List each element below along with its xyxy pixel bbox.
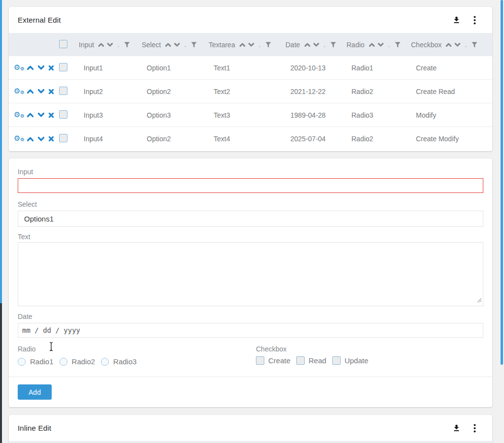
settings-icon[interactable]: ⚙⚙ <box>14 111 23 120</box>
radio-button[interactable] <box>60 358 67 366</box>
move-down-icon[interactable] <box>37 112 45 118</box>
move-down-icon[interactable] <box>37 136 45 142</box>
add-record-form-card: Input Select Options1 Text Date mm / dd … <box>9 158 492 407</box>
delete-icon[interactable] <box>48 65 54 71</box>
radio-group: Radio1 Radio2 Radio3 <box>18 357 143 366</box>
move-down-icon[interactable] <box>37 89 45 94</box>
sort-desc-icon[interactable] <box>454 42 461 47</box>
filter-icon[interactable] <box>265 42 271 48</box>
select-all-cell <box>54 40 79 50</box>
column-header-checkbox: Checkbox <box>411 41 492 49</box>
cell-select: Option2 <box>142 135 209 143</box>
textarea-field[interactable] <box>18 242 483 306</box>
filter-icon[interactable] <box>191 42 197 48</box>
card-title: Inline Edit <box>18 424 51 432</box>
card-header: External Edit <box>9 7 492 33</box>
cell-checkbox: Create Modify <box>411 135 492 143</box>
table-row: ⚙⚙ Input1 Option1 Text1 2020-10-13 Radio… <box>9 56 492 80</box>
filter-icon[interactable] <box>395 42 401 48</box>
filter-icon[interactable] <box>330 42 336 48</box>
cell-input: Input3 <box>79 111 142 119</box>
row-checkbox[interactable] <box>59 134 67 142</box>
move-down-icon[interactable] <box>37 65 45 70</box>
cell-radio: Radio1 <box>346 64 411 72</box>
cell-input: Input2 <box>79 88 142 95</box>
column-header-date: Date <box>285 41 346 49</box>
sort-order-dot <box>118 46 119 47</box>
sort-desc-icon[interactable] <box>107 42 113 47</box>
checkbox-group-label: Checkbox <box>256 345 286 353</box>
filter-icon[interactable] <box>124 42 130 48</box>
column-header-textarea: Textarea <box>209 41 285 49</box>
sort-order-dot <box>324 46 325 47</box>
radio-button[interactable] <box>101 358 109 366</box>
sort-asc-icon[interactable] <box>98 42 104 47</box>
table-row: ⚙⚙ Input4 Option2 Text4 2025-07-04 Radio… <box>9 127 492 151</box>
sort-order-dot <box>388 46 390 47</box>
cell-select: Option1 <box>142 64 209 72</box>
date-placeholder: mm / dd / yyyy <box>22 326 80 334</box>
left-scrollbar-thumb[interactable] <box>0 0 2 303</box>
resize-grip-icon[interactable] <box>477 296 482 305</box>
sort-asc-icon[interactable] <box>304 42 311 47</box>
table-row: ⚙⚙ Input3 Option3 Text3 1989-04-28 Radio… <box>9 103 492 127</box>
sort-asc-icon[interactable] <box>369 42 375 47</box>
cell-date: 2020-10-13 <box>285 64 346 72</box>
cell-date: 2025-07-04 <box>285 135 346 143</box>
download-icon[interactable] <box>452 16 461 24</box>
card-title: External Edit <box>18 16 61 24</box>
cell-date: 2021-12-22 <box>285 88 346 95</box>
cell-input: Input1 <box>79 64 142 72</box>
external-edit-card: External Edit Input Select <box>9 7 492 151</box>
checkbox[interactable] <box>332 356 341 365</box>
sort-desc-icon[interactable] <box>248 42 254 47</box>
column-header-input: Input <box>79 41 142 49</box>
checkbox[interactable] <box>256 356 264 365</box>
sort-desc-icon[interactable] <box>378 42 384 47</box>
settings-icon[interactable]: ⚙⚙ <box>14 87 23 96</box>
date-label: Date <box>18 313 32 320</box>
page-scrollbar-thumb[interactable] <box>501 0 503 365</box>
add-button[interactable]: Add <box>18 384 52 400</box>
move-up-icon[interactable] <box>27 112 34 118</box>
kebab-menu-icon[interactable] <box>473 16 476 25</box>
row-checkbox[interactable] <box>59 87 67 95</box>
radio-button[interactable] <box>18 358 26 366</box>
text-label: Text <box>18 233 31 241</box>
checkbox[interactable] <box>296 356 305 365</box>
kebab-menu-icon[interactable] <box>473 424 476 433</box>
move-up-icon[interactable] <box>27 89 34 94</box>
input-field[interactable] <box>18 178 483 193</box>
sort-desc-icon[interactable] <box>313 42 319 47</box>
download-icon[interactable] <box>452 424 461 432</box>
cell-textarea: Text1 <box>209 64 285 72</box>
settings-icon[interactable]: ⚙⚙ <box>14 134 23 143</box>
cell-textarea: Text4 <box>209 135 285 143</box>
select-field[interactable]: Options1 <box>18 211 483 227</box>
filter-icon[interactable] <box>472 42 477 48</box>
input-label: Input <box>18 168 33 176</box>
column-header-select: Select <box>142 41 209 49</box>
date-field[interactable]: mm / dd / yyyy <box>18 323 483 338</box>
row-checkbox[interactable] <box>59 110 67 119</box>
column-header-radio: Radio <box>346 41 411 49</box>
cell-radio: Radio3 <box>346 111 411 119</box>
checkbox-group: Create Read Update <box>256 356 374 365</box>
cell-select: Option2 <box>142 88 209 95</box>
settings-icon[interactable]: ⚙⚙ <box>14 63 23 72</box>
sort-asc-icon[interactable] <box>445 42 452 47</box>
cell-input: Input4 <box>79 135 142 143</box>
delete-icon[interactable] <box>48 89 54 95</box>
select-all-checkbox[interactable] <box>59 40 67 48</box>
move-up-icon[interactable] <box>27 136 34 142</box>
sort-asc-icon[interactable] <box>165 42 171 47</box>
delete-icon[interactable] <box>48 112 54 118</box>
move-up-icon[interactable] <box>27 65 34 70</box>
sort-desc-icon[interactable] <box>174 42 180 47</box>
sort-order-dot <box>185 46 186 47</box>
cell-radio: Radio2 <box>346 135 411 143</box>
radio-group-label: Radio <box>18 345 36 353</box>
row-checkbox[interactable] <box>59 63 67 71</box>
delete-icon[interactable] <box>48 136 54 142</box>
sort-asc-icon[interactable] <box>239 42 246 47</box>
